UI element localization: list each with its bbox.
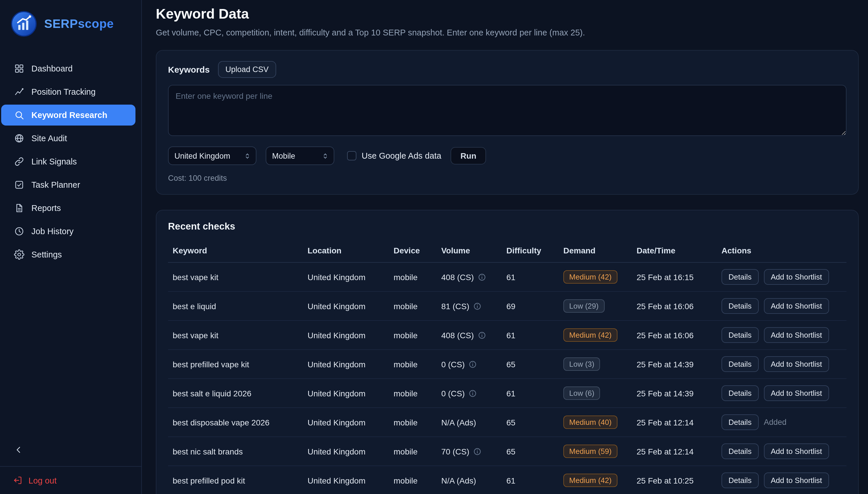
- sidebar-item-label: Job History: [32, 227, 74, 236]
- cell-demand: Medium (40): [559, 408, 632, 437]
- app-name: SERPscope: [44, 17, 114, 31]
- sidebar-item-link-signals[interactable]: Link Signals: [1, 151, 135, 172]
- sidebar-item-dashboard[interactable]: Dashboard: [1, 58, 135, 79]
- select-updown-icon: [321, 152, 329, 159]
- cell-keyword: best e liquid: [168, 291, 303, 321]
- demand-badge: Medium (42): [563, 474, 618, 487]
- sidebar-item-task-planner[interactable]: Task Planner: [1, 174, 135, 195]
- sidebar-item-job-history[interactable]: Job History: [1, 221, 135, 242]
- sidebar-item-label: Reports: [32, 204, 61, 213]
- demand-badge: Medium (42): [563, 270, 618, 284]
- google-ads-checkbox[interactable]: [347, 151, 356, 160]
- cell-difficulty: 61: [502, 379, 559, 408]
- details-button[interactable]: Details: [721, 473, 759, 488]
- cell-location: United Kingdom: [303, 379, 389, 408]
- info-icon[interactable]: [469, 360, 477, 368]
- cell-demand: Low (29): [559, 291, 632, 321]
- chevron-left-icon: [13, 444, 24, 455]
- cell-location: United Kingdom: [303, 437, 389, 466]
- demand-badge: Low (6): [563, 386, 600, 400]
- cell-actions: DetailsAdd to Shortlist: [717, 321, 847, 349]
- details-button[interactable]: Details: [721, 298, 759, 314]
- cell-keyword: best salt e liquid 2026: [168, 379, 303, 408]
- run-button[interactable]: Run: [451, 147, 486, 165]
- dashboard-icon: [14, 63, 24, 74]
- column-header: Actions: [717, 240, 847, 262]
- upload-csv-button[interactable]: Upload CSV: [218, 61, 276, 78]
- info-icon[interactable]: [473, 447, 482, 455]
- cell-difficulty: 61: [502, 262, 559, 291]
- sidebar: SERPscope Dashboard Position Tracking Ke…: [0, 0, 142, 494]
- app-root: SERPscope Dashboard Position Tracking Ke…: [0, 0, 868, 494]
- logo: SERPscope: [0, 0, 141, 41]
- cell-keyword: best prefilled vape kit: [168, 349, 303, 379]
- table-row: best vape kit United Kingdom mobile 408 …: [168, 262, 847, 291]
- clock-icon: [14, 226, 24, 236]
- recent-checks-body: best vape kit United Kingdom mobile 408 …: [168, 262, 847, 494]
- cell-location: United Kingdom: [303, 291, 389, 321]
- keywords-textarea[interactable]: [168, 85, 847, 136]
- info-icon[interactable]: [469, 389, 477, 397]
- sidebar-item-label: Task Planner: [32, 180, 80, 189]
- add-to-shortlist-button[interactable]: Add to Shortlist: [764, 327, 829, 343]
- column-header: Date/Time: [632, 240, 717, 262]
- sidebar-item-label: Keyword Research: [32, 110, 107, 120]
- add-to-shortlist-button[interactable]: Add to Shortlist: [764, 269, 829, 285]
- demand-badge: Low (3): [563, 357, 600, 371]
- cell-volume: 70 (CS): [437, 437, 502, 466]
- details-button[interactable]: Details: [721, 356, 759, 372]
- add-to-shortlist-button[interactable]: Add to Shortlist: [764, 473, 829, 488]
- cell-datetime: 25 Feb at 10:25: [632, 466, 717, 494]
- sidebar-item-reports[interactable]: Reports: [1, 197, 135, 218]
- table-row: best nic salt brands United Kingdom mobi…: [168, 437, 847, 466]
- sidebar-nav: Dashboard Position Tracking Keyword Rese…: [0, 58, 141, 265]
- cell-actions: DetailsAdd to Shortlist: [717, 349, 847, 379]
- cell-demand: Medium (42): [559, 262, 632, 291]
- cell-device: mobile: [389, 262, 437, 291]
- sidebar-collapse-button[interactable]: [11, 442, 27, 458]
- cell-keyword: best nic salt brands: [168, 437, 303, 466]
- recent-checks-panel: Recent checks KeywordLocationDeviceVolum…: [156, 210, 859, 494]
- details-button[interactable]: Details: [721, 327, 759, 343]
- details-button[interactable]: Details: [721, 385, 759, 401]
- device-select[interactable]: Mobile: [266, 147, 334, 165]
- location-select[interactable]: United Kingdom: [168, 147, 257, 165]
- demand-badge: Medium (40): [563, 416, 618, 429]
- page-title: Keyword Data: [156, 6, 859, 22]
- table-row: best prefilled vape kit United Kingdom m…: [168, 349, 847, 379]
- add-to-shortlist-button[interactable]: Add to Shortlist: [764, 298, 829, 314]
- cell-location: United Kingdom: [303, 262, 389, 291]
- cell-actions: DetailsAdd to Shortlist: [717, 437, 847, 466]
- sidebar-item-site-audit[interactable]: Site Audit: [1, 128, 135, 149]
- cell-demand: Low (6): [559, 379, 632, 408]
- sidebar-item-keyword-research[interactable]: Keyword Research: [1, 104, 135, 126]
- cell-difficulty: 69: [502, 291, 559, 321]
- cell-demand: Medium (59): [559, 437, 632, 466]
- details-button[interactable]: Details: [721, 269, 759, 285]
- add-to-shortlist-button[interactable]: Add to Shortlist: [764, 385, 829, 401]
- info-icon[interactable]: [473, 302, 482, 310]
- details-button[interactable]: Details: [721, 414, 759, 430]
- details-button[interactable]: Details: [721, 443, 759, 459]
- cell-device: mobile: [389, 349, 437, 379]
- table-header-row: KeywordLocationDeviceVolumeDifficultyDem…: [168, 240, 847, 262]
- info-icon[interactable]: [478, 273, 486, 281]
- table-row: best prefilled pod kit United Kingdom mo…: [168, 466, 847, 494]
- column-header: Volume: [437, 240, 502, 262]
- sidebar-item-settings[interactable]: Settings: [1, 244, 135, 265]
- add-to-shortlist-button[interactable]: Add to Shortlist: [764, 356, 829, 372]
- recent-checks-table: KeywordLocationDeviceVolumeDifficultyDem…: [168, 240, 847, 494]
- info-icon[interactable]: [478, 331, 486, 339]
- sidebar-item-label: Site Audit: [32, 134, 67, 143]
- sidebar-item-position-tracking[interactable]: Position Tracking: [1, 81, 135, 102]
- logout-button[interactable]: Log out: [0, 466, 141, 494]
- cell-demand: Low (3): [559, 349, 632, 379]
- sidebar-item-label: Settings: [32, 250, 62, 259]
- cell-volume: N/A (Ads): [437, 466, 502, 494]
- cell-volume: 408 (CS): [437, 262, 502, 291]
- add-to-shortlist-button[interactable]: Add to Shortlist: [764, 443, 829, 459]
- cell-actions: DetailsAdded: [717, 408, 847, 437]
- cell-device: mobile: [389, 408, 437, 437]
- cell-location: United Kingdom: [303, 349, 389, 379]
- cell-datetime: 25 Feb at 14:39: [632, 349, 717, 379]
